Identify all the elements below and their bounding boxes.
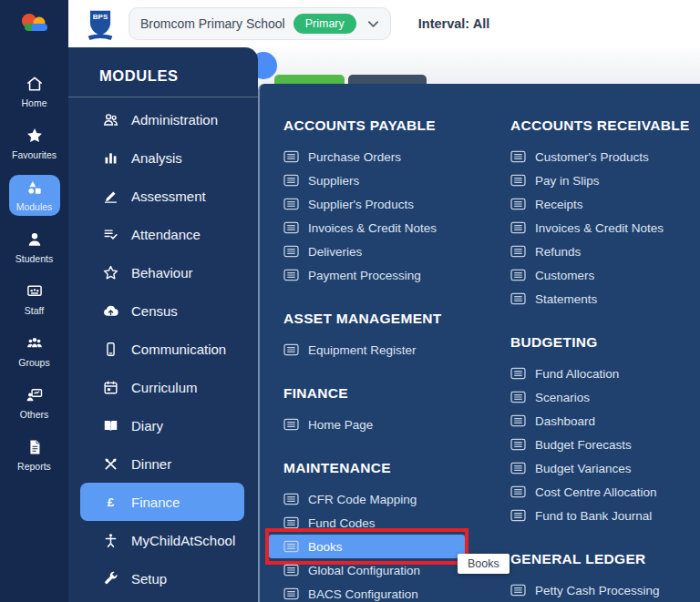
flyout-menu-item[interactable]: Pay in Slips	[496, 168, 695, 192]
flyout-item-label: Supplier's Products	[308, 198, 414, 211]
flyout-item-label: Books	[308, 540, 343, 554]
table-list-icon	[510, 367, 526, 380]
flyout-item-label: Refunds	[535, 245, 581, 259]
flyout-menu-item[interactable]: BACS Configuration	[269, 582, 465, 602]
modules-menu-item[interactable]: Assessment	[80, 177, 244, 215]
flyout-menu-item[interactable]: Refunds	[496, 240, 695, 263]
section-title: FINANCE	[283, 385, 465, 402]
flyout-menu-item[interactable]: Customer's Products	[496, 145, 695, 168]
table-list-icon	[510, 198, 526, 210]
flyout-menu-item[interactable]: Dashboard	[496, 409, 695, 433]
module-icon	[102, 226, 119, 243]
sidebar-item[interactable]: Groups	[9, 331, 60, 372]
flyout-menu-item[interactable]: Budget Variances	[496, 456, 695, 480]
modules-menu-item[interactable]: Diary	[80, 406, 244, 444]
table-list-icon	[510, 174, 526, 187]
school-phase-badge: Primary	[293, 14, 356, 34]
flyout-menu-item[interactable]: Suppliers	[269, 168, 465, 192]
flyout-menu-item[interactable]: Deliveries	[269, 240, 465, 263]
icon-sidebar: Home Favourites Modules Students Staff G…	[0, 47, 68, 602]
module-icon	[102, 149, 119, 167]
sidebar-item-icon	[26, 127, 44, 145]
table-list-icon	[510, 391, 526, 403]
table-list-icon	[283, 343, 299, 356]
module-icon: £	[102, 494, 119, 511]
module-icon	[102, 570, 119, 587]
modules-menu-item[interactable]: MyChildAtSchool	[80, 521, 244, 559]
table-list-icon	[283, 221, 299, 234]
flyout-menu-item[interactable]: Supplier's Products	[269, 192, 465, 216]
flyout-menu-item[interactable]: Cost Centre Allocation	[496, 480, 695, 504]
section-title: ASSET MANAGEMENT	[283, 311, 465, 327]
flyout-item-label: Equipment Register	[308, 343, 417, 357]
sidebar-item-icon	[26, 75, 44, 93]
module-label: Assessment	[131, 189, 206, 204]
flyout-menu-item[interactable]: Customers	[496, 263, 695, 287]
module-icon	[102, 302, 119, 320]
flyout-menu-item[interactable]: Fund to Bank Journal	[496, 504, 695, 527]
sidebar-item-label: Favourites	[12, 149, 57, 160]
modules-menu-item[interactable]: Attendance	[80, 215, 244, 253]
modules-menu-item[interactable]: Communication	[80, 330, 244, 368]
modules-menu-item[interactable]: Analysis	[80, 138, 244, 177]
flyout-item-label: Budget Variances	[535, 462, 632, 475]
sidebar-item-label: Home	[21, 97, 46, 108]
modules-menu-item[interactable]: Administration	[80, 100, 244, 138]
flyout-section: ASSET MANAGEMENT Equipment Register	[283, 311, 465, 362]
flyout-menu-item[interactable]: Books	[269, 535, 465, 558]
bromcom-logo-button[interactable]	[0, 0, 68, 47]
flyout-menu-item[interactable]: Invoices & Credit Notes	[269, 216, 465, 240]
table-list-icon	[510, 221, 526, 234]
modules-menu-item[interactable]: Census	[80, 291, 244, 330]
flyout-menu-item[interactable]: Budget Forecasts	[496, 433, 695, 456]
flyout-menu-item[interactable]: Purchase Orders	[269, 145, 465, 168]
flyout-column: ACCOUNTS RECEIVABLE Customer's Products …	[510, 117, 695, 602]
flyout-item-label: Purchase Orders	[308, 150, 401, 164]
sidebar-item-label: Students	[15, 253, 53, 264]
table-list-icon	[510, 414, 526, 427]
sidebar-item[interactable]: Reports	[9, 434, 60, 475]
flyout-section: ACCOUNTS PAYABLE Purchase Orders Supplie…	[283, 117, 465, 287]
flyout-menu-item[interactable]: Fund Allocation	[496, 362, 695, 385]
modules-menu-item[interactable]: Setup	[80, 559, 244, 597]
flyout-menu-item[interactable]: Fund Codes	[269, 511, 465, 535]
module-icon	[102, 341, 119, 358]
sidebar-item-icon	[26, 438, 44, 456]
svg-text:£: £	[108, 495, 115, 508]
flyout-section: ACCOUNTS RECEIVABLE Customer's Products …	[510, 117, 695, 311]
svg-text:BPS: BPS	[93, 13, 108, 21]
sidebar-item[interactable]: Favourites	[9, 123, 60, 164]
modules-menu-item[interactable]: Curriculum	[80, 368, 244, 406]
sidebar-item[interactable]: Home	[9, 71, 60, 112]
top-header: BPS Bromcom Primary School Primary Inter…	[0, 0, 700, 47]
flyout-menu-item[interactable]: Payment Processing	[269, 263, 465, 287]
flyout-menu-item[interactable]: Receipts	[496, 192, 695, 216]
school-selector[interactable]: Bromcom Primary School Primary	[129, 7, 391, 40]
flyout-item-label: Customers	[535, 269, 594, 282]
flyout-menu-item[interactable]: Invoices & Credit Notes	[496, 216, 695, 240]
module-label: Analysis	[131, 150, 182, 166]
modules-menu-item[interactable]: £ Finance	[80, 483, 244, 521]
flyout-item-label: CFR Code Mapping	[308, 493, 417, 506]
flyout-menu-item[interactable]: Equipment Register	[269, 338, 465, 362]
sidebar-item-icon	[26, 282, 44, 301]
sidebar-item[interactable]: Students	[9, 227, 60, 268]
flyout-menu-item[interactable]: Statements	[496, 287, 695, 311]
flyout-menu-item[interactable]: Scenarios	[496, 385, 695, 409]
sidebar-item[interactable]: Staff	[9, 279, 60, 320]
flyout-section: MAINTENANCE CFR Code Mapping Fund Codes	[283, 460, 465, 602]
flyout-menu-item[interactable]: Global Configuration	[269, 558, 465, 582]
modules-menu-item[interactable]: Behaviour	[80, 253, 244, 291]
flyout-menu-item[interactable]: Home Page	[269, 413, 465, 436]
module-label: Communication	[131, 342, 226, 357]
section-items: Equipment Register	[283, 338, 465, 362]
flyout-menu-item[interactable]: CFR Code Mapping	[269, 487, 465, 511]
sidebar-item[interactable]: Modules	[9, 175, 60, 216]
section-items: Fund Allocation Scenarios Dashboard	[510, 362, 695, 527]
flyout-section: FINANCE Home Page	[283, 385, 465, 436]
flyout-menu-item[interactable]: Petty Cash Processing	[496, 578, 695, 602]
modules-menu-item[interactable]: Dinner	[80, 444, 244, 483]
sidebar-item[interactable]: Others	[9, 383, 60, 423]
module-label: Dinner	[131, 456, 171, 472]
module-icon	[102, 455, 119, 473]
